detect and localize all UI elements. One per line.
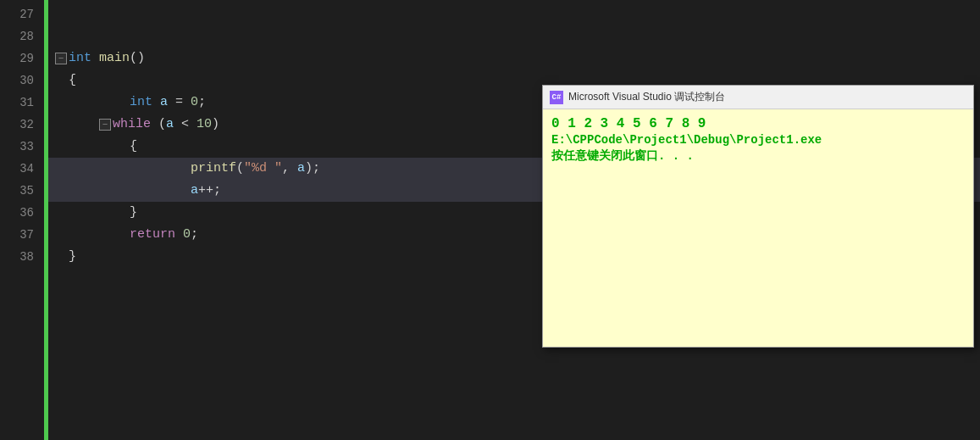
function-name-main: main — [99, 47, 130, 70]
line-num-27: 27 — [7, 3, 34, 25]
line-num-34: 34 — [7, 158, 34, 180]
keyword-return: return — [130, 224, 175, 246]
console-icon-label: C# — [552, 93, 562, 102]
console-title: Microsoft Visual Studio 调试控制台 — [568, 90, 725, 104]
line-num-37: 37 — [7, 224, 34, 246]
keyword-int-a: int — [130, 92, 152, 114]
num-zero: 0 — [191, 92, 198, 114]
line-num-38: 38 — [7, 246, 34, 268]
var-a-while-cond: a — [166, 114, 174, 136]
line-num-28: 28 — [7, 25, 34, 47]
fn-printf: printf — [191, 158, 236, 180]
collapse-icon-while[interactable]: − — [99, 119, 111, 131]
line-num-31: 31 — [7, 92, 34, 114]
var-a-decl: a — [160, 92, 168, 114]
console-titlebar: C# Microsoft Visual Studio 调试控制台 — [543, 86, 973, 109]
console-output-path: E:\CPPCode\Project1\Debug\Project1.exe — [551, 133, 965, 147]
code-line-29: − int main () — [48, 47, 980, 70]
line-num-36: 36 — [7, 202, 34, 224]
keyword-while: while — [113, 114, 151, 136]
var-a-printf: a — [297, 158, 305, 180]
console-output-hint: 按任意键关闭此窗口. . . — [551, 148, 965, 164]
console-body: 0 1 2 3 4 5 6 7 8 9 E:\CPPCode\Project1\… — [543, 109, 973, 347]
line-num-33: 33 — [7, 136, 34, 158]
editor-container: 27 28 29 30 31 32 33 34 35 36 37 38 − in… — [0, 0, 980, 440]
num-ten: 10 — [197, 114, 212, 136]
console-window[interactable]: C# Microsoft Visual Studio 调试控制台 0 1 2 3… — [542, 85, 974, 348]
str-format: "%d " — [244, 158, 282, 180]
line-num-29: 29 — [7, 47, 34, 70]
code-line-27 — [48, 3, 980, 25]
code-line-28 — [48, 25, 980, 47]
collapse-icon-main[interactable]: − — [55, 53, 67, 64]
keyword-int-main: int — [69, 47, 91, 70]
num-return-zero: 0 — [183, 224, 191, 246]
var-a-increment: a — [191, 180, 198, 202]
line-num-30: 30 — [7, 70, 34, 92]
line-num-35: 35 — [7, 180, 34, 202]
console-app-icon: C# — [550, 91, 563, 104]
line-num-32: 32 — [7, 114, 34, 136]
console-output-numbers: 0 1 2 3 4 5 6 7 8 9 — [551, 116, 965, 131]
line-numbers: 27 28 29 30 31 32 33 34 35 36 37 38 — [0, 0, 44, 440]
